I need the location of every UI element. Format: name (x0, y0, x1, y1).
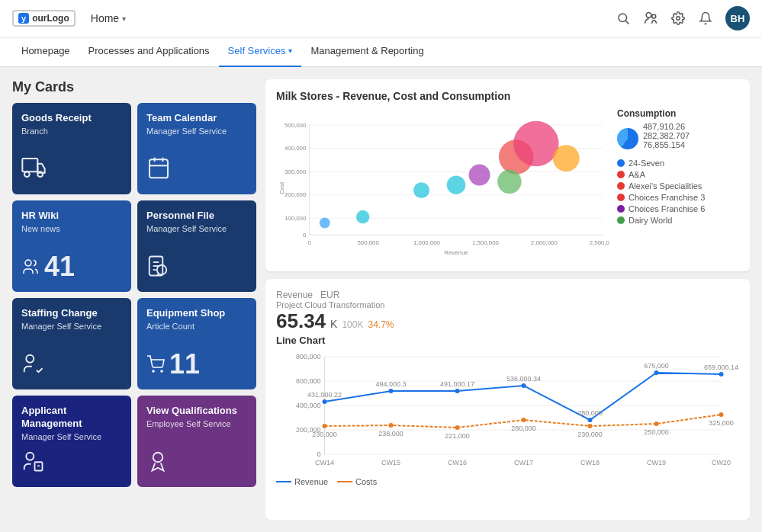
line-chart-card: Revenue EUR Project Cloud Transformation… (265, 279, 750, 520)
team-calendar-card[interactable]: Team Calendar Manager Self Service (137, 103, 256, 194)
svg-point-79 (719, 412, 724, 417)
legend-costs: Costs (337, 477, 377, 486)
nav-management[interactable]: Management & Reporting (301, 37, 432, 67)
svg-text:CW15: CW15 (381, 459, 400, 466)
people-icon (21, 258, 40, 276)
svg-text:500,000: 500,000 (285, 122, 307, 129)
truck-icon (21, 155, 122, 185)
card-title: Staffing Change (21, 307, 122, 320)
card-title: Applicant Management (21, 405, 122, 431)
badge-icon (146, 450, 247, 478)
legend-item: Choices Franchise 3 (617, 193, 739, 202)
svg-point-66 (323, 399, 327, 404)
svg-text:CW20: CW20 (712, 459, 731, 466)
personnel-file-card[interactable]: Personnel File Manager Self Service (137, 200, 256, 292)
line-chart-title: Line Chart (276, 335, 739, 346)
svg-point-72 (719, 372, 724, 377)
card-subtitle: Employee Self Service (146, 419, 247, 428)
bubble-chart-title: Milk Stores - Revenue, Cost and Consumpt… (276, 90, 739, 102)
svg-point-49 (447, 175, 465, 194)
svg-point-77 (588, 424, 593, 428)
main-content: My Cards Goods Receipt Branch Team Calen… (0, 67, 762, 532)
people-icon[interactable] (643, 11, 658, 26)
svg-point-46 (320, 217, 330, 228)
svg-point-6 (24, 171, 30, 177)
legend-title: Consumption (617, 108, 739, 119)
bubble-chart-card: Milk Stores - Revenue, Cost and Consumpt… (265, 79, 750, 271)
card-title: Team Calendar (146, 112, 247, 125)
svg-text:536,000.34: 536,000.34 (506, 375, 541, 383)
svg-text:400,000: 400,000 (285, 145, 307, 152)
equipment-shop-card[interactable]: Equipment Shop Article Count 11 (137, 298, 256, 389)
revenue-percent: 34.7% (368, 319, 394, 330)
card-title: Equipment Shop (146, 307, 247, 320)
goods-receipt-card[interactable]: Goods Receipt Branch (12, 103, 131, 194)
bubble-chart-area: Cost 500,000 400,000 300,000 200,000 (276, 108, 609, 261)
card-subtitle: Manager Self Service (21, 432, 122, 441)
nav-processes[interactable]: Processes and Applications (79, 37, 219, 67)
navigation: Homepage Processes and Applications Self… (0, 37, 762, 67)
svg-text:230,000: 230,000 (577, 431, 603, 438)
card-title: View Qualifications (146, 405, 247, 418)
cards-grid: Goods Receipt Branch Team Calendar Manag… (12, 103, 256, 487)
svg-text:675,000: 675,000 (644, 362, 669, 370)
svg-text:400,000: 400,000 (296, 402, 321, 409)
svg-text:280,000: 280,000 (577, 409, 603, 417)
svg-point-25 (153, 453, 163, 463)
settings-icon[interactable] (670, 11, 686, 26)
home-button[interactable]: Home ▾ (91, 12, 126, 24)
svg-point-4 (677, 17, 680, 21)
staffing-change-card[interactable]: Staffing Change Manager Self Service (12, 298, 131, 389)
svg-text:238,000: 238,000 (378, 430, 404, 437)
card-subtitle: Article Count (146, 322, 247, 331)
svg-point-52 (513, 121, 558, 166)
equipment-shop-count: 11 (169, 348, 200, 380)
view-qualifications-card[interactable]: View Qualifications Employee Self Servic… (137, 396, 256, 487)
svg-text:494,000.3: 494,000.3 (375, 380, 406, 388)
svg-point-73 (323, 424, 327, 428)
svg-point-48 (413, 182, 429, 198)
svg-point-50 (469, 165, 490, 186)
svg-text:1,500,000: 1,500,000 (472, 239, 500, 246)
line-chart-legend: Revenue Costs (276, 477, 739, 486)
svg-text:CW18: CW18 (580, 459, 600, 466)
svg-text:221,000: 221,000 (445, 432, 470, 440)
svg-point-12 (25, 260, 31, 266)
svg-text:CW19: CW19 (647, 459, 666, 466)
my-cards-title: My Cards (12, 79, 256, 95)
card-title: Personnel File (146, 210, 247, 223)
avatar[interactable]: BH (725, 6, 750, 30)
bubble-legend: Consumption 487,910.26 282,382.707 76,85… (617, 108, 739, 261)
svg-text:0: 0 (317, 450, 320, 458)
svg-text:1,000,000: 1,000,000 (413, 239, 441, 246)
svg-text:CW14: CW14 (315, 459, 334, 466)
svg-point-53 (553, 145, 580, 171)
legend-item: A&A (617, 170, 739, 179)
svg-point-7 (37, 171, 43, 177)
svg-point-74 (389, 423, 394, 428)
svg-text:0: 0 (303, 232, 307, 239)
card-subtitle: Manager Self Service (21, 322, 122, 331)
chevron-down-icon: ▾ (122, 14, 126, 23)
card-title: HR Wiki (21, 210, 122, 223)
card-subtitle: New news (21, 224, 122, 233)
chart-subtitle: Project Cloud Transformation (276, 300, 394, 309)
hr-wiki-card[interactable]: HR Wiki New news 41 (12, 200, 131, 292)
chevron-down-icon: ▾ (288, 46, 292, 55)
legend-val-1: 487,910.26 (643, 122, 690, 131)
nav-self-services[interactable]: Self Services ▾ (219, 37, 302, 67)
file-icon (146, 255, 247, 283)
applicant-management-card[interactable]: Applicant Management Manager Self Servic… (12, 396, 131, 487)
legend-revenue: Revenue (276, 477, 328, 486)
app-header: y ourLogo Home ▾ BH (0, 0, 762, 37)
revenue-value: 65.34 (276, 309, 326, 333)
svg-point-54 (497, 170, 521, 194)
svg-point-20 (153, 370, 154, 372)
svg-point-76 (522, 418, 526, 422)
notification-icon[interactable] (698, 11, 713, 26)
svg-text:2,500,000: 2,500,000 (590, 239, 609, 246)
search-icon[interactable] (616, 11, 631, 26)
nav-homepage[interactable]: Homepage (12, 37, 79, 67)
svg-text:300,000: 300,000 (285, 168, 307, 175)
logo[interactable]: y ourLogo (12, 10, 76, 27)
